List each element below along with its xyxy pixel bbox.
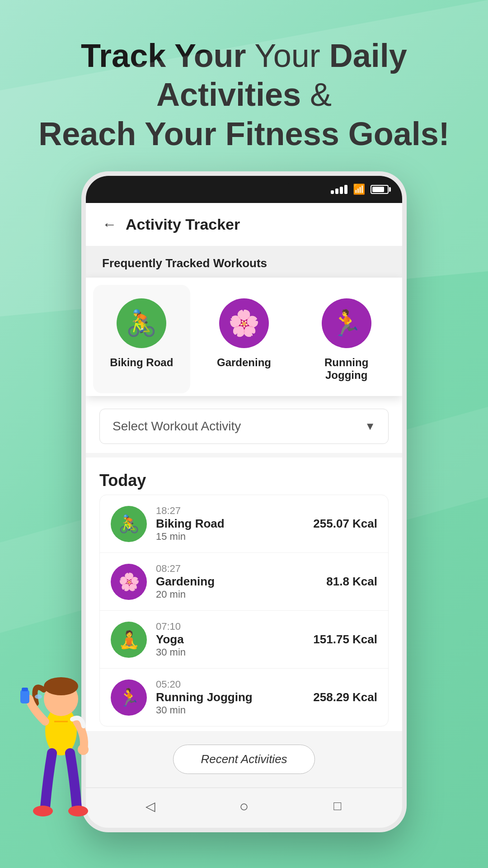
recent-activities-button[interactable]: Recent Activities <box>173 745 314 774</box>
item-running-name: Running Jogging <box>156 690 304 704</box>
svg-point-8 <box>78 744 89 755</box>
list-item[interactable]: 🚴 18:27 Biking Road 15 min 255.07 Kcal <box>100 495 388 553</box>
app-header: ← Activity Tracker <box>86 203 402 246</box>
item-yoga-time: 07:10 <box>156 621 304 632</box>
phone-inner: 📶 ← Activity Tracker Frequently Tracked … <box>86 176 402 828</box>
svg-point-4 <box>44 677 78 695</box>
hero-line2: Reach Your Fitness Goals! <box>38 116 450 152</box>
app-title: Activity Tracker <box>126 216 240 233</box>
item-gardening-time: 08:27 <box>156 563 317 575</box>
hero-section: Track Your Your Daily Activities & Reach… <box>0 0 488 171</box>
item-gardening-kcal: 81.8 Kcal <box>326 575 377 589</box>
notch <box>199 176 289 194</box>
activity-card-running[interactable]: 🏃 Running Jogging <box>298 285 395 393</box>
today-section: Today 🚴 18:27 Biking Road 15 min 255.07 … <box>86 458 402 731</box>
back-button[interactable]: ← <box>102 216 117 233</box>
item-yoga-kcal: 151.75 Kcal <box>313 632 377 646</box>
status-bar: 📶 <box>86 176 402 203</box>
gardening-icon-circle: 🌸 <box>219 298 269 348</box>
nav-recents-icon: □ <box>333 799 341 813</box>
svg-point-7 <box>35 694 42 699</box>
nav-home-icon: ○ <box>239 797 249 815</box>
nav-back-button[interactable]: ◁ <box>141 797 160 815</box>
item-biking-kcal: 255.07 Kcal <box>313 517 377 531</box>
activity-cards-row: 🚴 Biking Road 🌸 Gardening 🏃 Running Jogg… <box>86 278 402 396</box>
phone-mockup: 📶 ← Activity Tracker Frequently Tracked … <box>81 171 407 832</box>
running-card-name: Running Jogging <box>307 356 386 382</box>
hero-line1-track: Track Your <box>81 38 246 74</box>
activity-card-biking[interactable]: 🚴 Biking Road <box>93 285 190 393</box>
wifi-icon: 📶 <box>353 184 365 195</box>
activity-list: 🚴 18:27 Biking Road 15 min 255.07 Kcal 🌸… <box>99 495 389 726</box>
item-yoga-name: Yoga <box>156 632 304 646</box>
biking-icon-circle: 🚴 <box>117 298 166 348</box>
signal-icon <box>331 185 347 194</box>
nav-recents-button[interactable]: □ <box>328 797 347 815</box>
item-biking-duration: 15 min <box>156 531 304 542</box>
nav-back-icon: ◁ <box>145 799 155 814</box>
item-gardening-name: Gardening <box>156 575 317 589</box>
item-running-info: 05:20 Running Jogging 30 min <box>156 679 304 716</box>
item-gardening-info: 08:27 Gardening 20 min <box>156 563 317 600</box>
hero-your: Your <box>254 38 329 74</box>
item-gardening-icon: 🌸 <box>111 564 147 600</box>
item-running-icon: 🏃 <box>111 679 147 716</box>
status-icons: 📶 <box>331 184 389 195</box>
item-yoga-duration: 30 min <box>156 646 304 658</box>
activity-card-gardening[interactable]: 🌸 Gardening <box>196 285 293 393</box>
item-biking-name: Biking Road <box>156 517 304 531</box>
svg-rect-5 <box>20 690 29 703</box>
dropdown-placeholder: Select Workout Activity <box>113 419 241 434</box>
hero-ampersand: & <box>310 76 332 113</box>
frequently-tracked-label: Frequently Tracked Workouts <box>86 246 402 278</box>
item-biking-time: 18:27 <box>156 505 304 517</box>
svg-point-9 <box>33 806 53 816</box>
item-yoga-icon: 🧘 <box>111 622 147 658</box>
nav-bar: ◁ ○ □ <box>86 788 402 828</box>
biking-card-name: Biking Road <box>110 356 173 369</box>
item-biking-info: 18:27 Biking Road 15 min <box>156 505 304 542</box>
list-item[interactable]: 🏃 05:20 Running Jogging 30 min 258.29 Kc… <box>100 669 388 726</box>
list-item[interactable]: 🌸 08:27 Gardening 20 min 81.8 Kcal <box>100 553 388 611</box>
dropdown-arrow-icon: ▼ <box>365 420 375 433</box>
recent-btn-container: Recent Activities <box>86 731 402 788</box>
battery-icon <box>371 185 389 194</box>
fitness-character <box>9 649 113 832</box>
nav-home-button[interactable]: ○ <box>235 797 253 815</box>
item-yoga-info: 07:10 Yoga 30 min <box>156 621 304 658</box>
item-biking-icon: 🚴 <box>111 506 147 542</box>
today-title: Today <box>99 471 389 490</box>
item-gardening-duration: 20 min <box>156 589 317 600</box>
item-running-time: 05:20 <box>156 679 304 690</box>
gardening-card-name: Gardening <box>217 356 271 369</box>
dropdown-container: Select Workout Activity ▼ <box>86 396 402 453</box>
svg-point-10 <box>68 806 88 816</box>
workout-dropdown[interactable]: Select Workout Activity ▼ <box>99 409 389 444</box>
svg-rect-6 <box>22 688 28 691</box>
running-icon-circle: 🏃 <box>322 298 371 348</box>
item-running-kcal: 258.29 Kcal <box>313 690 377 704</box>
item-running-duration: 30 min <box>156 704 304 716</box>
list-item[interactable]: 🧘 07:10 Yoga 30 min 151.75 Kcal <box>100 611 388 669</box>
